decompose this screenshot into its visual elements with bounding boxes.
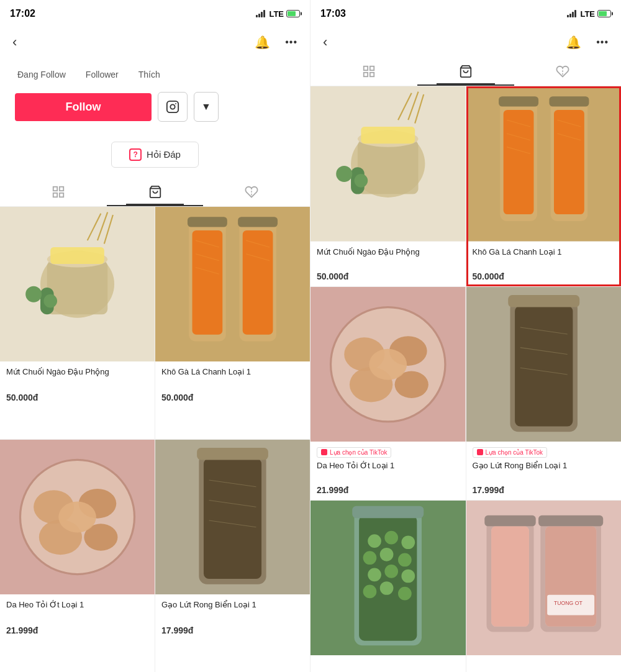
right-product-card-2[interactable]: Khô Gà Lá Chanh Loại 1 50.000đ	[466, 86, 622, 286]
left-bell-icon[interactable]: 🔔	[252, 32, 273, 52]
left-status-icons: LTE	[256, 9, 300, 19]
right-product-price-2: 50.000đ	[473, 271, 615, 281]
right-product-name-2: Khô Gà Lá Chanh Loại 1	[473, 247, 615, 269]
left-product-card-1[interactable]: Mứt Chuối Ngào Đậu Phộng 50.000đ	[0, 207, 155, 439]
left-time: 17:02	[10, 8, 35, 19]
right-product-img-5	[310, 501, 466, 656]
svg-point-38	[58, 502, 96, 533]
svg-rect-31	[238, 217, 278, 227]
dang-follow-label: Đang Follow	[17, 70, 66, 79]
svg-rect-58	[361, 127, 415, 143]
svg-rect-24	[243, 230, 273, 335]
right-time: 17:03	[320, 8, 346, 19]
left-product-info-1: Mứt Chuối Ngào Đậu Phộng 50.000đ	[0, 361, 155, 407]
left-product-card-2[interactable]: Khô Gà Lá Chanh Loại 1 50.000đ	[155, 207, 310, 439]
svg-point-100	[368, 568, 381, 581]
svg-rect-0	[167, 101, 178, 112]
svg-point-103	[363, 584, 377, 598]
right-product-card-6[interactable]: TUONG OT	[466, 501, 622, 673]
svg-rect-56	[358, 140, 419, 194]
tiktok-badge-4: Lựa chọn của TikTok	[473, 447, 547, 458]
right-signal-icon	[567, 10, 576, 17]
left-product-img-3	[0, 440, 155, 594]
favorites-icon	[245, 185, 258, 199]
right-nav-bar: ‹ 🔔 •••	[310, 27, 621, 57]
svg-rect-51	[370, 73, 374, 76]
signal-icon	[256, 10, 265, 17]
left-tab-shop[interactable]	[107, 178, 204, 206]
right-product-price-4: 17.999đ	[473, 485, 615, 495]
right-tab-shop[interactable]	[417, 57, 514, 86]
tiktok-badge-text-3: Lựa chọn của TikTok	[330, 449, 387, 456]
profile-section: Đang Follow Follower Thích Follow ▼	[0, 57, 310, 132]
svg-point-95	[384, 530, 398, 544]
right-product-info-1: Mứt Chuối Ngào Đậu Phộng 50.000đ	[310, 242, 466, 286]
svg-rect-11	[47, 261, 107, 315]
svg-point-15	[25, 286, 42, 302]
right-product-img-3	[310, 287, 466, 442]
left-tab-grid[interactable]	[10, 178, 107, 206]
svg-text:TUONG OT: TUONG OT	[554, 600, 582, 606]
right-tab-grid[interactable]	[320, 57, 417, 86]
follow-button[interactable]: Follow	[15, 93, 152, 121]
svg-rect-20	[155, 207, 310, 361]
battery-icon	[286, 10, 300, 17]
svg-rect-90	[508, 295, 579, 307]
svg-rect-68	[503, 110, 533, 214]
svg-point-2	[175, 103, 176, 104]
left-product-info-3: Da Heo Tỏi Ớt Loại 1 21.999đ	[0, 594, 155, 640]
left-product-img-2	[155, 207, 310, 361]
follower-stat: Follower	[86, 70, 119, 79]
right-product-grid: Mứt Chuối Ngào Đậu Phộng 50.000đ	[310, 86, 621, 672]
right-product-card-1[interactable]: Mứt Chuối Ngào Đậu Phộng 50.000đ	[310, 86, 466, 286]
left-back-button[interactable]: ‹	[10, 32, 19, 53]
svg-point-104	[380, 581, 394, 595]
right-grid-icon	[362, 65, 376, 78]
dropdown-button[interactable]: ▼	[194, 92, 219, 122]
left-more-icon[interactable]: •••	[283, 34, 300, 50]
hoi-dap-button[interactable]: ? Hỏi Đáp	[111, 142, 199, 168]
left-tab-favorites[interactable]	[203, 178, 300, 206]
right-more-icon[interactable]: •••	[594, 34, 611, 50]
svg-rect-116	[484, 515, 535, 525]
svg-rect-75	[499, 96, 538, 106]
follower-label: Follower	[86, 70, 119, 79]
right-product-img-6: TUONG OT	[466, 501, 622, 656]
svg-rect-65	[466, 86, 622, 242]
right-back-button[interactable]: ‹	[320, 32, 330, 53]
dang-follow-stat: Đang Follow	[17, 70, 66, 79]
svg-point-97	[363, 551, 377, 565]
left-panel: 17:02 LTE ‹ 🔔 ••• Đang Follow F	[0, 0, 310, 672]
left-product-card-3[interactable]: Da Heo Tỏi Ớt Loại 1 21.999đ	[0, 440, 155, 672]
right-product-name-1: Mứt Chuối Ngào Đậu Phộng	[317, 247, 460, 269]
svg-rect-4	[60, 187, 63, 191]
svg-point-16	[43, 294, 57, 308]
right-tabs	[310, 57, 621, 86]
right-status-icons: LTE	[567, 9, 611, 19]
left-product-name-2: Khô Gà Lá Chanh Loại 1	[161, 366, 304, 389]
lte-label: LTE	[269, 9, 284, 19]
svg-rect-5	[53, 193, 57, 197]
right-status-bar: 17:03 LTE	[310, 0, 621, 27]
right-product-name-4: Gạo Lứt Rong Biển Loại 1	[473, 460, 615, 483]
svg-rect-6	[60, 193, 63, 197]
right-panel: 17:03 LTE ‹ 🔔 •••	[310, 0, 621, 672]
right-bell-icon[interactable]: 🔔	[563, 32, 584, 52]
svg-rect-3	[53, 187, 57, 191]
right-product-card-4[interactable]: Lựa chọn của TikTok Gạo Lứt Rong Biển Lo…	[466, 287, 622, 500]
right-tab-favorites[interactable]	[514, 57, 611, 86]
right-product-card-5[interactable]	[310, 501, 466, 673]
right-product-card-3[interactable]: Lựa chọn của TikTok Da Heo Tỏi Ớt Loại 1…	[310, 287, 466, 500]
left-product-price-3: 21.999đ	[6, 625, 148, 635]
hoi-dap-label: Hỏi Đáp	[147, 149, 181, 160]
hoi-dap-icon: ?	[129, 148, 142, 161]
svg-point-83	[369, 348, 407, 379]
instagram-icon	[166, 100, 179, 114]
right-product-info-2: Khô Gà Lá Chanh Loại 1 50.000đ	[466, 242, 622, 286]
svg-point-102	[401, 569, 415, 583]
left-product-card-4[interactable]: Gạo Lứt Rong Biển Loại 1 17.999đ	[155, 440, 310, 672]
left-product-info-2: Khô Gà Lá Chanh Loại 1 50.000đ	[155, 361, 310, 407]
svg-rect-106	[352, 506, 424, 518]
svg-point-99	[398, 553, 412, 566]
instagram-button[interactable]	[158, 92, 188, 122]
